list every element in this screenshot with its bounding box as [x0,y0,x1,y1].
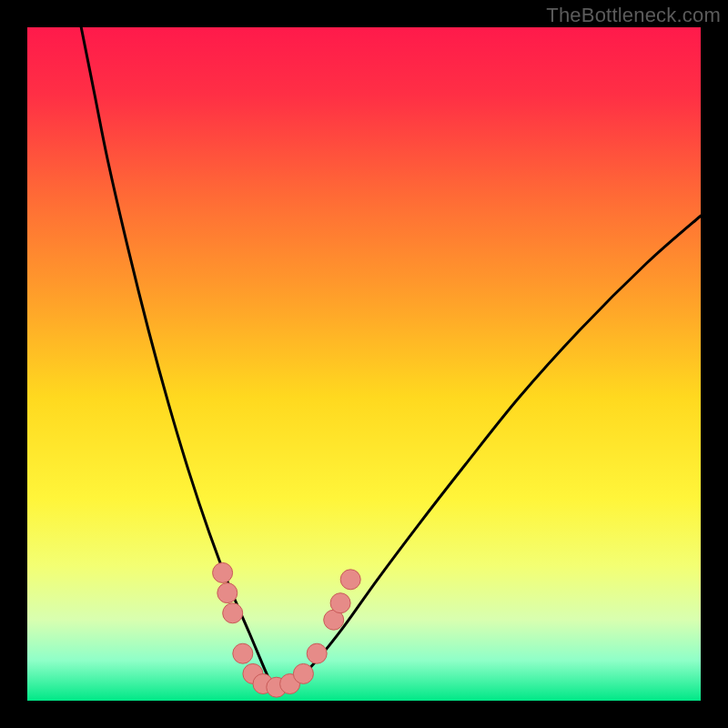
curve-marker [307,643,327,663]
curve-marker [340,570,360,590]
curve-marker [293,663,313,683]
curve-marker [233,643,253,663]
chart-svg [27,27,701,701]
curve-marker [213,562,233,582]
chart-plot-area [27,27,701,701]
curve-marker [330,593,350,613]
curve-marker [217,583,238,603]
curve-marker [223,603,243,623]
watermark-text: TheBottleneck.com [546,4,721,27]
outer-frame: TheBottleneck.com [0,0,728,728]
